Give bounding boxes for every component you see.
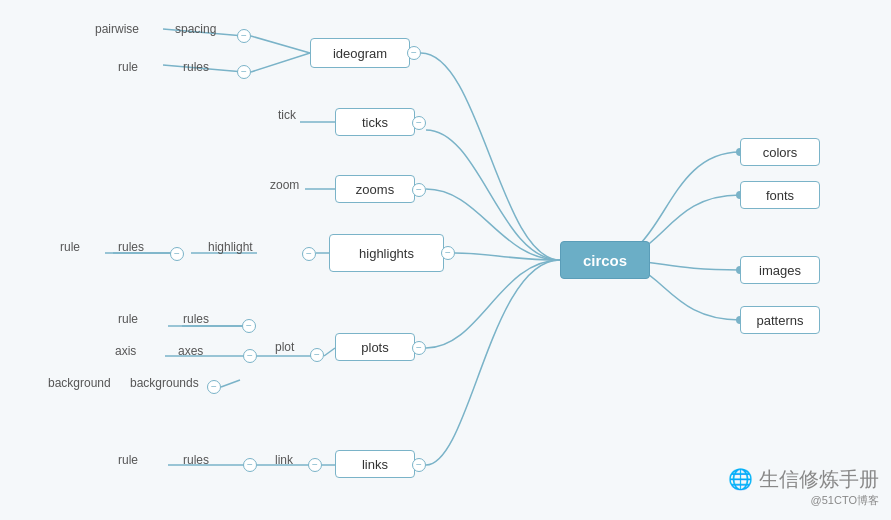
link-label: link bbox=[275, 453, 293, 467]
background-label: background bbox=[48, 376, 111, 390]
plot-label: plot bbox=[275, 340, 294, 354]
axis-label: axis bbox=[115, 344, 136, 358]
svg-line-20 bbox=[221, 380, 240, 387]
patterns-node: patterns bbox=[740, 306, 820, 334]
backgrounds-label: backgrounds bbox=[130, 376, 199, 390]
spacing-minus[interactable]: − bbox=[237, 29, 251, 43]
ticks-node: ticks bbox=[335, 108, 415, 136]
ideogram-node: ideogram bbox=[310, 38, 410, 68]
rule-label-3: rule bbox=[118, 312, 138, 326]
axes-label: axes bbox=[178, 344, 203, 358]
zoom-label: zoom bbox=[270, 178, 299, 192]
center-label: circos bbox=[583, 252, 627, 269]
rule-label-1: rule bbox=[118, 60, 138, 74]
fonts-node: fonts bbox=[740, 181, 820, 209]
rules-label-2: rules bbox=[118, 240, 144, 254]
zooms-minus[interactable]: − bbox=[412, 183, 426, 197]
rule-label-4: rule bbox=[118, 453, 138, 467]
rules-minus-3[interactable]: − bbox=[242, 319, 256, 333]
colors-node: colors bbox=[740, 138, 820, 166]
ticks-minus[interactable]: − bbox=[412, 116, 426, 130]
links-minus[interactable]: − bbox=[412, 458, 426, 472]
pairwise-label: pairwise bbox=[95, 22, 139, 36]
rules-minus-1[interactable]: − bbox=[237, 65, 251, 79]
rule-label-2: rule bbox=[60, 240, 80, 254]
highlights-node: highlights bbox=[329, 234, 444, 272]
svg-line-18 bbox=[324, 348, 335, 356]
highlight-label: highlight bbox=[208, 240, 253, 254]
plots-node: plots bbox=[335, 333, 415, 361]
highlights-minus[interactable]: − bbox=[441, 246, 455, 260]
rules-label-1: rules bbox=[183, 60, 209, 74]
watermark: 🌐 生信修炼手册 @51CTO博客 bbox=[728, 466, 879, 508]
link-minus[interactable]: − bbox=[308, 458, 322, 472]
highlight-minus[interactable]: − bbox=[302, 247, 316, 261]
rules-minus-4[interactable]: − bbox=[243, 458, 257, 472]
tick-label: tick bbox=[278, 108, 296, 122]
ideogram-minus[interactable]: − bbox=[407, 46, 421, 60]
spacing-label: spacing bbox=[175, 22, 216, 36]
plots-minus[interactable]: − bbox=[412, 341, 426, 355]
rules-label-4: rules bbox=[183, 453, 209, 467]
links-node: links bbox=[335, 450, 415, 478]
axes-minus[interactable]: − bbox=[243, 349, 257, 363]
backgrounds-minus[interactable]: − bbox=[207, 380, 221, 394]
center-node: circos bbox=[560, 241, 650, 279]
rules-label-3: rules bbox=[183, 312, 209, 326]
plot-minus[interactable]: − bbox=[310, 348, 324, 362]
svg-line-5 bbox=[251, 53, 310, 72]
zooms-node: zooms bbox=[335, 175, 415, 203]
svg-line-4 bbox=[251, 36, 310, 53]
images-node: images bbox=[740, 256, 820, 284]
rules-minus-2[interactable]: − bbox=[170, 247, 184, 261]
